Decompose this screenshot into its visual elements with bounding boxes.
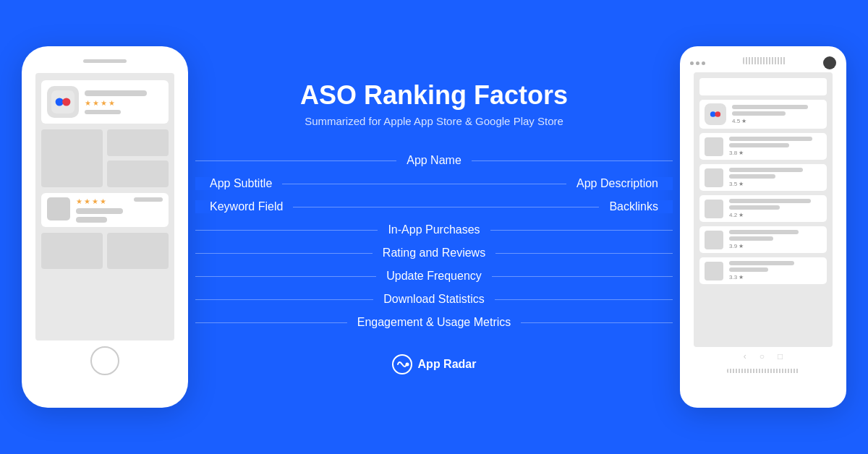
android-bar-1a: [732, 105, 808, 109]
android-bar-1b: [732, 111, 786, 116]
factor-label-in-app-purchases: In-App Purchases: [378, 223, 490, 236]
rev-star3: ★: [92, 197, 98, 205]
android-dot-3: [702, 61, 705, 65]
factor-label-backlinks: Backlinks: [599, 200, 673, 213]
factor-label-app-subtitle: App Subtitle: [195, 177, 282, 190]
ios-app-info: ★ ★ ★ ★: [85, 90, 163, 114]
app-icon-graphic: [51, 90, 75, 113]
android-app-icon-1: [705, 103, 726, 125]
android-recent-btn: □: [778, 351, 783, 361]
android-list-item-1: 4.5 ★: [699, 100, 827, 129]
brand-logo-icon: [392, 354, 412, 374]
android-bottom-speaker-grid: [727, 369, 799, 373]
android-bar-3a: [729, 168, 803, 172]
svg-point-6: [710, 111, 716, 117]
android-rating-2: 3.8 ★: [729, 150, 822, 156]
star4: ★: [109, 99, 115, 107]
android-thumb-4: [705, 200, 723, 218]
star3: ★: [101, 99, 107, 107]
android-item-info-5: 3.9 ★: [729, 230, 822, 249]
ios-home-button: [90, 346, 119, 375]
brand-footer: App Radar: [392, 354, 477, 374]
android-app-icon-graphic-1: [707, 106, 723, 122]
android-dots: [690, 61, 705, 65]
factor-label-rating-reviews: Rating and Reviews: [373, 247, 495, 260]
svg-point-2: [62, 98, 70, 106]
android-list-item-5: 3.9 ★: [699, 226, 827, 253]
svg-point-7: [715, 111, 720, 117]
android-rating-4: 4.2 ★: [729, 212, 822, 218]
android-screen: 4.5 ★ 3.8 ★ 3.5 ★: [694, 72, 833, 347]
factor-in-app-purchases: In-App Purchases: [195, 218, 673, 241]
star2: ★: [93, 99, 99, 107]
factor-app-name: App Name: [195, 149, 673, 172]
android-item-info-3: 3.5 ★: [729, 168, 822, 187]
android-phone: 4.5 ★ 3.8 ★ 3.5 ★: [680, 46, 846, 408]
ios-bottom-screenshots: [41, 233, 169, 269]
main-container: ★ ★ ★ ★: [0, 0, 868, 454]
android-bar-4a: [729, 199, 811, 203]
android-bar-3b: [729, 174, 775, 179]
brand-name: App Radar: [418, 358, 477, 371]
svg-point-4: [405, 362, 409, 366]
ios-review-thumb: [47, 197, 70, 220]
ios-review-info: ★ ★ ★ ★: [76, 197, 128, 223]
android-bar-5b: [729, 236, 773, 241]
ios-review-stars: ★ ★ ★ ★: [76, 197, 128, 205]
android-item-info-4: 4.2 ★: [729, 199, 822, 218]
ios-phone: ★ ★ ★ ★: [22, 46, 188, 408]
factor-label-app-description: App Description: [566, 177, 673, 190]
android-rating-6: 3.3 ★: [729, 274, 822, 280]
android-bar-6b: [729, 267, 768, 272]
factor-update-frequency: Update Frequency: [195, 265, 673, 288]
factor-label-update-frequency: Update Frequency: [376, 270, 492, 283]
ios-stars: ★ ★ ★ ★: [85, 99, 163, 107]
rev-star2: ★: [84, 197, 90, 205]
android-camera: [823, 56, 836, 69]
ios-screen: ★ ★ ★ ★: [35, 73, 174, 340]
ios-bar-name: [85, 90, 147, 96]
factor-rating-reviews: Rating and Reviews: [195, 241, 673, 265]
android-back-btn: ‹: [744, 351, 746, 361]
factor-label-app-name: App Name: [396, 154, 472, 167]
ios-review-row: ★ ★ ★ ★: [41, 193, 169, 227]
android-thumb-6: [705, 262, 723, 280]
ios-screenshot-1: [41, 129, 103, 187]
android-list-item-2: 3.8 ★: [699, 133, 827, 160]
rev-star4: ★: [100, 197, 106, 205]
android-thumb-5: [705, 231, 723, 249]
android-list-item-6: 3.3 ★: [699, 257, 827, 284]
factor-label-keyword-field: Keyword Field: [195, 200, 293, 213]
svg-point-1: [56, 98, 64, 106]
factor-engagement-metrics: Engagement & Usage Metrics: [195, 311, 673, 334]
factor-download-statistics: Download Statistics: [195, 288, 673, 311]
android-item-info-6: 3.3 ★: [729, 261, 822, 280]
android-top-bar: [680, 56, 846, 69]
ios-bar-sub: [85, 110, 121, 114]
page-title: ASO Ranking Factors: [300, 80, 568, 111]
android-dot-1: [690, 61, 694, 65]
android-bar-5a: [729, 230, 799, 234]
android-bar-6a: [729, 261, 794, 265]
factor-row-subtitle-description: App Subtitle App Description: [195, 172, 673, 195]
ios-bottom-1: [41, 233, 103, 269]
ios-bottom-2: [107, 233, 169, 269]
android-item-info-1: 4.5 ★: [732, 105, 822, 124]
android-home-btn: ○: [760, 351, 765, 361]
android-rating-1: 4.5 ★: [732, 118, 822, 124]
android-dot-2: [696, 61, 699, 65]
ios-app-icon: [47, 86, 79, 118]
ios-rev-bar1: [76, 208, 123, 214]
star1: ★: [85, 99, 91, 107]
page-subtitle: Summarized for Apple App Store & Google …: [305, 115, 563, 127]
ios-speaker: [83, 59, 127, 63]
android-item-info-2: 3.8 ★: [729, 137, 822, 156]
factor-label-download-statistics: Download Statistics: [373, 293, 495, 306]
android-bar-4b: [729, 205, 780, 210]
android-bar-2a: [729, 137, 812, 141]
ios-screenshot-2: [107, 129, 169, 156]
android-search-bar: [699, 78, 827, 95]
android-list-item-4: 4.2 ★: [699, 195, 827, 222]
rev-star1: ★: [76, 197, 82, 205]
android-thumb-3: [705, 168, 723, 187]
